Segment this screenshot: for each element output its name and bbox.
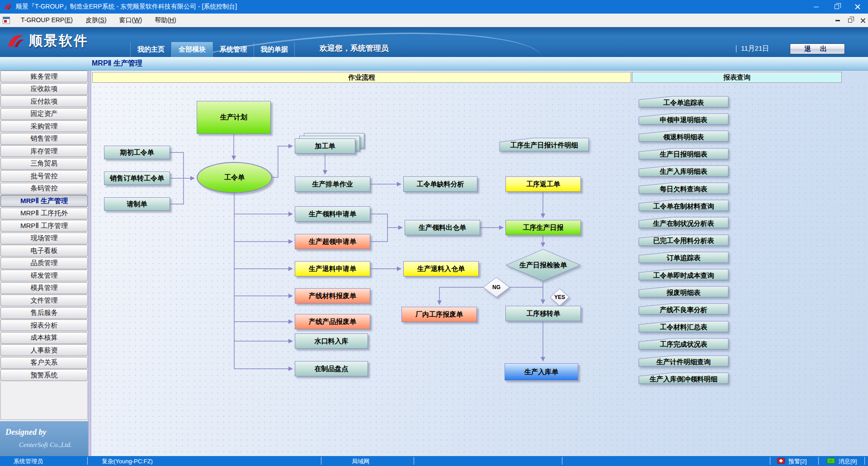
sidebar-item[interactable]: 品质管理 (0, 257, 88, 269)
report-button[interactable]: 工令单追踪表 (638, 96, 729, 108)
flow-node-sprue-material-inbound[interactable]: 水口料入库 (295, 333, 368, 349)
report-button[interactable]: 领退料明细表 (638, 130, 729, 142)
window-minimize-button[interactable] (806, 0, 826, 14)
flow-node-process-rework-order[interactable]: 工序返工单 (505, 176, 581, 192)
sidebar-item[interactable]: 文件管理 (0, 295, 88, 306)
flow-node-material-issue-note[interactable]: 生产领料出仓单 (405, 220, 480, 235)
sidebar-item[interactable]: 人事薪资 (0, 344, 88, 356)
report-button[interactable]: 报废明细表 (638, 286, 729, 298)
flow-node-request-make-order[interactable]: 请制单 (104, 197, 170, 211)
flow-node-work-order-shortage-analysis[interactable]: 工令单缺料分析 (403, 176, 477, 192)
sidebar-item[interactable]: 模具管理 (0, 282, 88, 294)
report-button[interactable]: 申领申退明细表 (638, 113, 729, 125)
flow-node-production-inbound-order[interactable]: 生产入库单 (505, 363, 578, 380)
report-button[interactable]: 生产在制状况分析表 (638, 217, 729, 228)
report-button[interactable]: 工令单即时成本查询 (638, 269, 729, 281)
flow-node-label: YES (550, 288, 570, 306)
sidebar-item[interactable]: 采购管理 (0, 120, 88, 132)
sidebar-item[interactable]: 现场管理 (0, 233, 88, 244)
main-content: 作业流程 报表查询 生产计划工令单期初工令单销售订单转工令单请制单加工单生产排单… (91, 71, 868, 456)
flow-node-over-requisition[interactable]: 生产超领申请单 (295, 234, 370, 249)
report-button[interactable]: 生产入库明细表 (638, 165, 729, 177)
app-header: 顺景软件 我的主页全部模块系统管理我的单据 欢迎您，系统管理员 11月21日 退… (0, 27, 868, 57)
status-user: 系统管理员 (14, 457, 43, 466)
status-messages[interactable]: 消息[9] (839, 457, 857, 466)
report-button[interactable]: 工令材料汇总表 (638, 321, 729, 333)
sidebar-item[interactable]: 应收款项 (0, 83, 88, 95)
sidebar-item[interactable]: 批号管控 (0, 170, 88, 182)
sidebar-item[interactable]: 账务管理 (0, 71, 88, 82)
sidebar-item[interactable]: 电子看板 (0, 245, 88, 257)
flow-node-sales-order-to-work-order[interactable]: 销售订单转工令单 (104, 171, 170, 185)
flow-node-material-return-request[interactable]: 生产退料申请单 (295, 261, 370, 276)
sidebar-items: 账务管理应收款项应付款项固定资产采购管理销售管理库存管理三角贸易批号管控条码管控… (0, 71, 88, 420)
nav-tab[interactable]: 系统管理 (212, 42, 254, 57)
separator (87, 457, 88, 465)
sidebar-item[interactable]: 报表分析 (0, 319, 88, 331)
designed-by-text: Designed by (5, 428, 46, 437)
flow-node-work-order[interactable]: 工令单 (197, 162, 272, 193)
mdi-restore-icon[interactable] (848, 19, 852, 23)
separator (736, 45, 736, 52)
report-button[interactable]: 工序完成状况表 (638, 338, 729, 350)
flow-node-daily-piecework-detail[interactable]: 工序生产日报计件明细 (499, 138, 589, 152)
report-button-label: 已完工令用料分析表 (638, 235, 729, 247)
sidebar-item[interactable]: MRPⅡ 工序管理 (0, 220, 88, 232)
flow-node-process-daily-report[interactable]: 工序生产日报 (505, 220, 581, 235)
flow-node-process-transfer-order[interactable]: 工序移转单 (505, 306, 581, 321)
sidebar-item[interactable]: MRPⅡ 生产管理 (0, 195, 88, 207)
menu-item[interactable]: 窗口(W) (113, 14, 149, 25)
separator (321, 457, 321, 465)
window-restore-button[interactable] (826, 0, 847, 14)
flow-node-production-scheduling[interactable]: 生产排单作业 (295, 176, 370, 192)
report-button[interactable]: 生产入库倒冲领料明细 (638, 372, 729, 384)
report-button[interactable]: 生产日报明细表 (638, 148, 729, 160)
sidebar-item[interactable]: 三角贸易 (0, 158, 88, 170)
status-alerts[interactable]: 预警[2] (788, 457, 807, 466)
menu-item[interactable]: 帮助(H) (148, 14, 182, 25)
sidebar-item[interactable]: 应付款项 (0, 95, 88, 107)
nav-tab[interactable]: 全部模块 (171, 42, 212, 57)
flow-node-line-product-scrap[interactable]: 产线产品报废单 (295, 314, 370, 329)
flow-connector (170, 152, 184, 178)
flow-node-processing-order[interactable]: 加工单 (295, 138, 355, 154)
sidebar-item[interactable]: 库存管理 (0, 145, 88, 157)
report-button-label: 产线不良率分析 (638, 304, 729, 316)
sidebar-item[interactable]: 固定资产 (0, 108, 88, 120)
mdi-minimize-icon[interactable] (835, 20, 840, 21)
flow-node-material-requisition[interactable]: 生产领料申请单 (295, 206, 370, 222)
sidebar-item[interactable]: 研发管理 (0, 270, 88, 281)
sidebar-item[interactable]: 条码管控 (0, 183, 88, 195)
flow-node-yes-label[interactable]: YES (550, 288, 570, 306)
mdi-close-icon[interactable] (860, 18, 865, 23)
flow-node-ng-label[interactable]: NG (483, 277, 510, 298)
flow-node-daily-report-inspection[interactable]: 生产日报检验单 (505, 249, 581, 281)
report-button[interactable]: 已完工令用料分析表 (638, 234, 729, 246)
report-button[interactable]: 产线不良率分析 (638, 303, 729, 315)
report-button-label: 生产日报明细表 (638, 149, 729, 161)
sidebar-item[interactable]: 售后服务 (0, 307, 88, 319)
window-close-button[interactable] (847, 0, 868, 14)
report-button[interactable]: 每日欠料查询表 (638, 182, 729, 194)
flow-node-line-material-scrap[interactable]: 产线材料报废单 (295, 288, 370, 304)
brand-logo-icon (6, 32, 25, 50)
flow-node-wip-stocktake[interactable]: 在制品盘点 (295, 361, 368, 376)
menu-item[interactable]: 皮肤(S) (79, 14, 113, 25)
flow-node-initial-work-order[interactable]: 期初工令单 (104, 146, 170, 159)
report-button[interactable]: 订单追踪表 (638, 252, 729, 263)
sidebar-item[interactable]: 成本核算 (0, 332, 88, 344)
report-button[interactable]: 工令单在制材料查询 (638, 200, 729, 211)
sidebar-item[interactable]: MRPⅡ 工序托外 (0, 208, 88, 219)
flow-node-material-return-receipt[interactable]: 生产退料入仓单 (403, 261, 479, 276)
nav-tabstrip: 我的主页全部模块系统管理我的单据 (130, 42, 295, 57)
sidebar-item[interactable]: 销售管理 (0, 133, 88, 145)
flow-node-inhouse-process-scrap[interactable]: 厂内工序报废单 (401, 307, 477, 322)
exit-button[interactable]: 退 出 (790, 43, 845, 54)
menu-item[interactable]: T-GROUP ERP(E) (14, 14, 79, 25)
report-button[interactable]: 生产计件明细查询 (638, 355, 729, 367)
flow-node-production-plan[interactable]: 生产计划 (197, 101, 271, 134)
nav-tab[interactable]: 我的单据 (254, 42, 295, 57)
nav-tab[interactable]: 我的主页 (130, 42, 171, 57)
sidebar-item[interactable]: 预警系统 (0, 369, 88, 381)
sidebar-item[interactable]: 客户关系 (0, 357, 88, 369)
